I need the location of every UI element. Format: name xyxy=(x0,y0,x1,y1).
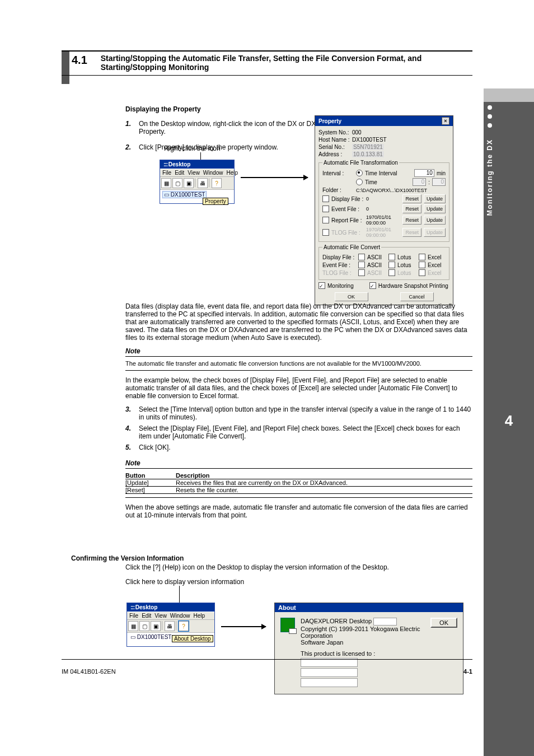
para-explain-1: Data files (display data file, event dat… xyxy=(125,302,472,342)
desktop-titlebar: ::: Desktop xyxy=(160,160,234,169)
chk-file[interactable] xyxy=(322,206,329,212)
chk-lotus xyxy=(388,269,395,276)
aft-file-row: Display File :0ResetUpdate xyxy=(322,194,446,203)
menu-file[interactable]: File xyxy=(162,170,171,176)
section-number: 4.1 xyxy=(62,54,101,67)
update-button[interactable]: Update xyxy=(424,216,446,225)
update-button[interactable]: Update xyxy=(424,194,446,203)
aft-file-row: Event File :0ResetUpdate xyxy=(322,204,446,213)
chk-excel[interactable] xyxy=(419,254,425,260)
label-interval: Interval : xyxy=(322,170,354,176)
label-address: Address : xyxy=(318,151,350,157)
label-hwprint: Hardware Snapshot Printing xyxy=(378,283,448,289)
toolbar-btn-1[interactable]: ▦ xyxy=(161,178,171,188)
afc-label: TLOG File : xyxy=(322,270,356,276)
afc-row: TLOG File :ASCIILotusExcel xyxy=(322,269,446,276)
chk-file xyxy=(322,229,329,236)
menu-window[interactable]: Window xyxy=(170,613,190,619)
chapter-tab: Monitoring the DX 4 xyxy=(484,88,534,756)
toolbar-btn-3[interactable]: ▣ xyxy=(184,178,194,188)
group-aft-legend: Automatic File Transformation xyxy=(322,160,399,166)
file-value: 1970/01/01 09:00:00 xyxy=(366,214,400,226)
menu-window[interactable]: Window xyxy=(203,170,223,176)
value-address: 10.0.133.81 xyxy=(352,151,384,157)
value-hostname: DX1000TEST xyxy=(352,137,387,143)
reset-button[interactable]: Reset xyxy=(402,216,421,225)
toolbar-btn-2[interactable]: ▢ xyxy=(139,621,149,631)
file-label: Display File : xyxy=(331,196,364,202)
file-value: 0 xyxy=(366,196,400,202)
toolbar-btn-1[interactable]: ▦ xyxy=(128,621,138,631)
menu-file[interactable]: File xyxy=(129,613,138,619)
version-body: Click the [?] (Help) icon on the Desktop… xyxy=(125,563,474,571)
label-hostname: Host Name : xyxy=(318,137,350,143)
label-systemno: System No.: xyxy=(318,129,350,136)
file-label: Report File : xyxy=(331,217,364,223)
toolbar-btn-2[interactable]: ▢ xyxy=(172,178,182,188)
note-label-2: Note xyxy=(125,459,472,467)
radio-time[interactable] xyxy=(356,179,363,185)
chk-hwprint[interactable] xyxy=(369,282,376,289)
label-time: Time xyxy=(365,179,377,185)
chk-lotus[interactable] xyxy=(388,262,395,268)
reset-button[interactable]: Reset xyxy=(402,194,421,203)
chk-monitoring[interactable] xyxy=(318,282,325,289)
toolbar: ▦ ▢ ▣ 🖶 ? xyxy=(160,177,234,190)
toolbar-btn-print[interactable]: 🖶 xyxy=(165,621,175,631)
note-text: The automatic file transfer and automati… xyxy=(125,360,472,367)
menubar[interactable]: File Edit View Window Help xyxy=(160,169,234,177)
input-interval[interactable]: 10 xyxy=(414,169,434,177)
subsection-title: Displaying the Property xyxy=(125,105,201,113)
footer-page-no: 4-1 xyxy=(463,668,472,675)
step-5: 5.Click [OK]. xyxy=(125,444,472,451)
device-item[interactable]: ▭ DX1000TEST xyxy=(162,191,207,198)
device-item[interactable]: ▭ DX1000TEST xyxy=(129,634,172,640)
tooltip-property: Property xyxy=(203,198,228,205)
section-title: Starting/Stopping the Automatic File Tra… xyxy=(101,54,472,72)
arrow-icon xyxy=(221,626,266,627)
menu-view[interactable]: View xyxy=(188,170,200,176)
radio-time-interval[interactable] xyxy=(356,170,363,176)
chk-excel[interactable] xyxy=(419,262,425,268)
ok-button[interactable]: OK xyxy=(335,292,368,301)
value-serial: S5N701921 xyxy=(352,144,384,150)
label-folder: Folder : xyxy=(322,187,354,193)
license-field-3 xyxy=(301,678,358,687)
menu-help[interactable]: Help xyxy=(193,613,205,619)
chk-ascii xyxy=(358,269,365,276)
reset-button[interactable]: Reset xyxy=(402,204,421,213)
about-dialog: About DAQEXPLORER Desktop Copyright (C) … xyxy=(274,603,463,694)
menu-help[interactable]: Help xyxy=(226,170,238,176)
note-label: Note xyxy=(125,347,472,355)
menu-edit[interactable]: Edit xyxy=(175,170,184,176)
file-value: 1970/01/01 09:00:00 xyxy=(366,227,400,238)
para-intro2: In the example below, the check boxes of… xyxy=(125,376,472,400)
about-ok-button[interactable]: OK xyxy=(430,618,457,628)
desktop-window: ::: Desktop File Edit View Window Help ▦… xyxy=(160,160,235,204)
file-label: Event File : xyxy=(331,206,364,212)
label-time-interval: Time Interval xyxy=(365,170,397,176)
close-icon[interactable]: × xyxy=(442,117,449,125)
input-hour: 0 xyxy=(413,178,426,186)
toolbar-btn-3[interactable]: ▣ xyxy=(151,621,161,631)
update-button[interactable]: Update xyxy=(424,204,446,213)
help-icon[interactable]: ? xyxy=(212,178,222,188)
chk-file[interactable] xyxy=(322,217,329,223)
update-button: Update xyxy=(424,228,446,237)
chk-excel xyxy=(419,269,425,276)
chk-ascii[interactable] xyxy=(358,254,365,260)
menu-edit[interactable]: Edit xyxy=(142,613,151,619)
aft-file-row: Report File :1970/01/01 09:00:00ResetUpd… xyxy=(322,214,446,226)
chk-lotus[interactable] xyxy=(388,254,395,260)
about-title: About xyxy=(275,603,463,612)
about-sw: Software Japan xyxy=(301,639,425,646)
chk-file[interactable] xyxy=(322,195,329,202)
cancel-button[interactable]: Cancel xyxy=(400,292,434,301)
toolbar-btn-print[interactable]: 🖶 xyxy=(198,178,208,188)
menu-view[interactable]: View xyxy=(154,613,167,619)
chk-ascii[interactable] xyxy=(358,262,365,268)
aft-file-row: TLOG File :1970/01/01 09:00:00ResetUpdat… xyxy=(322,227,446,238)
label-serial: Serial No.: xyxy=(318,144,350,150)
help-icon[interactable]: ? xyxy=(179,621,189,631)
chapter-label: Monitoring the DX xyxy=(486,139,494,216)
